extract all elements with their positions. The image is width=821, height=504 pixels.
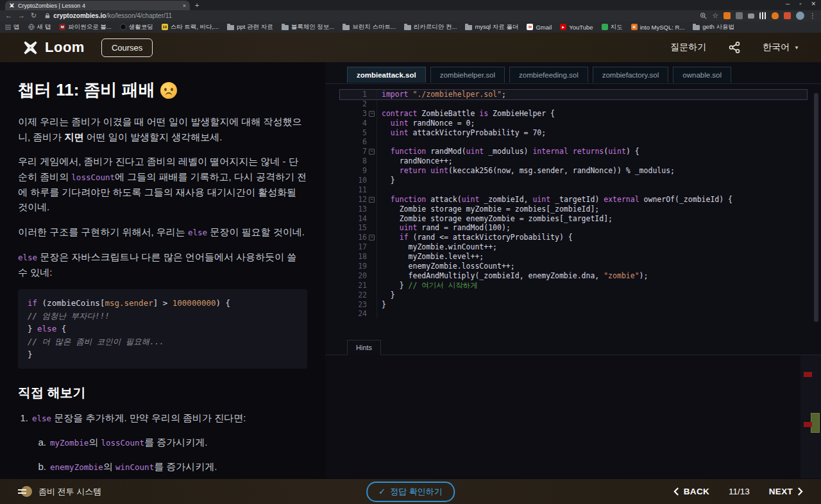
editor-line[interactable]: 1import "./zombiehelper.sol"; <box>340 90 807 99</box>
window-close-icon[interactable]: ✕ <box>811 1 816 7</box>
browser-tab[interactable]: CryptoZombies | Lesson 4 × <box>5 1 190 10</box>
fold-spacer <box>367 99 377 109</box>
address-bar[interactable]: cryptozombies.io/ko/lesson/4/chapter/11 <box>42 12 694 20</box>
fold-icon[interactable]: − <box>367 147 377 156</box>
url-text[interactable]: cryptozombies.io/ko/lesson/4/chapter/11 <box>53 12 172 19</box>
tab-zombiehelper[interactable]: zombiehelper.sol <box>430 67 505 83</box>
editor-line[interactable]: 20 feedAndMultiply(_zombieId, enemyZombi… <box>340 271 807 281</box>
editor-line[interactable]: 4 uint randNonce = 0; <box>340 119 807 128</box>
fold-spacer <box>367 252 377 262</box>
bookmark-folder[interactable]: 블록체인 정보... <box>282 23 335 31</box>
extension-icon[interactable] <box>748 13 754 19</box>
bookmark-folder[interactable]: mysql 자료 폴더 <box>465 23 518 31</box>
bookmark-star-icon[interactable]: ☆ <box>712 12 718 20</box>
back-chapter-button[interactable]: BACK <box>673 487 709 496</box>
editor-line[interactable]: 18 myZombie.level++; <box>340 252 807 262</box>
new-tab-button[interactable]: + <box>195 1 199 9</box>
check-answer-button[interactable]: ✓ 정답 확인하기 <box>366 482 455 502</box>
extension-icon[interactable] <box>724 12 731 19</box>
folder-icon <box>227 25 234 30</box>
editor-line[interactable]: 12− function attack(uint _zombieId, uint… <box>340 195 807 205</box>
tab-zombiefactory[interactable]: zombiefactory.sol <box>593 67 669 83</box>
url-path: /ko/lesson/4/chapter/11 <box>106 12 172 19</box>
editor-line[interactable]: 15 uint rand = randMod(100); <box>340 223 807 233</box>
bookmark-folder[interactable]: 브런치 스마트... <box>343 23 396 31</box>
line-number: 18 <box>340 252 367 262</box>
ask-question-link[interactable]: 질문하기 <box>670 42 706 53</box>
fold-spacer <box>367 205 377 214</box>
editor-line[interactable]: 10 } <box>340 176 807 185</box>
editor-line[interactable]: 17 myZombie.winCount++; <box>340 242 807 252</box>
window-maximize-icon[interactable]: ▫ <box>799 1 801 7</box>
fold-icon[interactable]: − <box>367 109 377 119</box>
fold-icon[interactable]: − <box>367 195 377 205</box>
tab-zombieattack[interactable]: zombieattack.sol <box>347 67 426 83</box>
fold-spacer <box>367 223 377 233</box>
editor-line[interactable]: 19 enemyZombie.lossCount++; <box>340 262 807 271</box>
bookmark-folder[interactable]: geth 사용법 <box>693 23 734 31</box>
editor-line[interactable]: 24 <box>340 309 807 319</box>
editor-line[interactable]: 23} <box>340 300 807 310</box>
editor-line[interactable]: 16− if (rand <= attackVictoryProbability… <box>340 233 807 242</box>
bookmark-folder[interactable]: 리카르디안 컨... <box>404 23 457 31</box>
share-icon[interactable] <box>728 41 741 54</box>
chapter-menu[interactable]: 좀비 전투 시스템 <box>18 485 101 498</box>
b-favicon-icon: B <box>631 24 638 30</box>
editor-line[interactable]: 13 Zombie storage myZombie = zombies[_zo… <box>340 205 807 214</box>
extension-icon[interactable] <box>784 12 791 19</box>
window-minimize-icon[interactable]: ─ <box>786 1 790 7</box>
tab-bar-divider <box>325 83 821 84</box>
editor-panel: zombieattack.sol zombiehelper.sol zombie… <box>325 62 821 478</box>
editor-line[interactable]: 6 <box>340 137 807 147</box>
bookmark-item[interactable]: 10스타 트랙, 바다,... <box>162 23 219 31</box>
courses-button[interactable]: Courses <box>101 38 153 57</box>
bookmark-item[interactable]: M파이썬으로 블... <box>59 23 112 31</box>
editor-line[interactable]: 11 <box>340 185 807 195</box>
loom-brand[interactable]: Loom <box>22 39 85 56</box>
code-line: if (zombieCoins[msg.sender] > 100000000)… <box>28 297 298 310</box>
bookmark-item[interactable]: 생활코딩 <box>120 23 153 31</box>
tab-zombiefeeding[interactable]: zombiefeeding.sol <box>509 67 588 83</box>
editor-scrollbar[interactable] <box>814 93 818 322</box>
fold-spacer <box>367 119 377 128</box>
editor-line[interactable]: 22 } <box>340 290 807 300</box>
reload-icon[interactable]: ↻ <box>31 12 37 19</box>
editor-line[interactable]: 9 return uint(keccak256(now, msg.sender,… <box>340 166 807 176</box>
bookmark-item[interactable]: Binto MySQL: R... <box>631 24 685 31</box>
lesson-paragraph: 우리 게임에서, 좀비가 진다고 좀비의 레벨이 떨어지지는 않네 - 단순히 … <box>18 154 307 215</box>
ten-favicon-icon: 10 <box>162 24 168 30</box>
chrome-menu-icon[interactable]: ⋮ <box>809 12 816 19</box>
editor-line[interactable]: 21 } // 여기서 시작하게 <box>340 281 807 290</box>
tab-ownable[interactable]: ownable.sol <box>673 67 731 83</box>
fold-spacer <box>367 90 377 99</box>
tab-hints[interactable]: Hints <box>347 340 381 355</box>
editor-line[interactable]: 3−contract ZombieBattle is ZombieHelper … <box>340 109 807 119</box>
editor-line[interactable]: 8 randNonce++; <box>340 156 807 166</box>
bookmark-folder[interactable]: ppt 관련 자료 <box>227 23 273 31</box>
loom-logo-icon <box>22 39 39 56</box>
forward-icon[interactable]: → <box>18 12 25 19</box>
fold-icon[interactable]: − <box>367 233 377 242</box>
bookmark-apps[interactable]: 앱 <box>5 23 20 31</box>
back-icon[interactable]: ← <box>5 12 12 19</box>
editor-line[interactable]: 7− function randMod(uint _modulus) inter… <box>340 147 807 156</box>
url-domain: cryptozombies.io <box>53 12 106 19</box>
extension-icon[interactable] <box>736 12 743 19</box>
profile-avatar[interactable] <box>796 12 804 20</box>
next-chapter-button[interactable]: NEXT <box>769 487 803 496</box>
apps-grid-icon <box>5 24 11 30</box>
language-dropdown[interactable]: 한국어▼ <box>763 42 799 53</box>
bookmark-youtube[interactable]: ▶YouTube <box>560 24 593 31</box>
barcode-extension-icon[interactable] <box>759 12 766 19</box>
zoom-icon[interactable] <box>700 12 707 19</box>
editor-line[interactable]: 2 <box>340 99 807 109</box>
metamask-icon[interactable] <box>772 12 779 19</box>
editor-line[interactable]: 14 Zombie storage enemyZombie = zombies[… <box>340 214 807 224</box>
bookmark-gmail[interactable]: MGmail <box>527 24 552 31</box>
editor-line[interactable]: 5 uint attackVictoryProbability = 70; <box>340 128 807 138</box>
tab-close-icon[interactable]: × <box>183 3 186 9</box>
bookmark-maps[interactable]: 지도 <box>602 23 623 31</box>
bookmark-item[interactable]: 새 탭 <box>28 23 51 31</box>
code-editor[interactable]: 1import "./zombiehelper.sol";23−contract… <box>340 90 807 319</box>
line-number: 20 <box>340 271 367 281</box>
